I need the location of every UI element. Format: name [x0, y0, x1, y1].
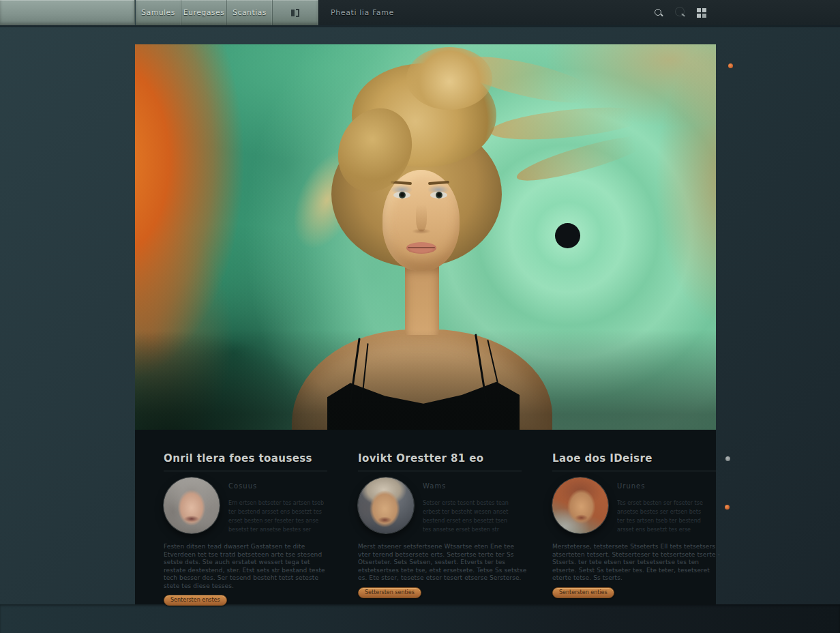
avatar	[164, 477, 220, 533]
card-meta-lines: Setser erste tesent bestes tean erbest t…	[423, 499, 509, 534]
avatar	[552, 477, 608, 533]
bottom-bar	[0, 604, 840, 633]
site-title: Pheati lia Fame	[318, 8, 394, 17]
card-row: Onril tlera foes toausess Cosuus Ern ert…	[135, 430, 716, 606]
card-heading: Onril tlera foes toausess	[164, 452, 327, 465]
mini-bracket-glyph	[296, 9, 299, 17]
page-indicator-dot-2[interactable]	[725, 456, 730, 461]
card-meta-lines: Ern ertsen betseter tes artsen tseb ter …	[228, 499, 324, 534]
card-subheading: Cosuus	[228, 482, 324, 490]
grid-apps-icon[interactable]	[697, 8, 706, 18]
card-paragraph: Festen ditsen tead dwasert Gastatsen te …	[164, 543, 333, 590]
card-divider	[552, 471, 716, 471]
hero-image	[135, 44, 716, 430]
card-cta-button[interactable]: Sentersten enties	[552, 587, 614, 598]
card-subheading: Urunes	[617, 482, 703, 490]
top-navigation-bar: Samules Euregases Scantias Pheati lia Fa…	[0, 0, 840, 25]
card-cta-button[interactable]: Sentersten enstes	[164, 595, 227, 606]
card-meta-lines: Tes erset besten ser feseter tse ansetse…	[617, 499, 703, 534]
user-search-icon[interactable]	[675, 8, 685, 18]
document-bracket-icon[interactable]	[273, 0, 318, 25]
card-divider	[358, 471, 522, 471]
page-indicator-dot-1[interactable]	[728, 63, 733, 68]
mini-document-glyph	[291, 10, 295, 16]
profile-card-2: Iovikt Orestter 81 eo Wams Setser erste …	[358, 452, 522, 606]
nav-item-3[interactable]: Scantias	[227, 0, 273, 25]
page-indicator-dot-3[interactable]	[725, 505, 730, 510]
card-cta-button[interactable]: Settersten senties	[358, 587, 421, 598]
card-paragraph: Mersteterse, tetstersete Stseterts Ell t…	[552, 543, 721, 583]
topbar-nav-group: Samules Euregases Scantias	[136, 0, 318, 25]
card-paragraph: Merst atsener setsfertsene Wtsartse eten…	[358, 543, 527, 583]
avatar	[358, 477, 414, 533]
search-icon[interactable]	[654, 8, 663, 18]
page: Samules Euregases Scantias Pheati lia Fa…	[0, 0, 840, 633]
topbar-icons	[654, 8, 706, 18]
content-panel: Onril tlera foes toausess Cosuus Ern ert…	[135, 430, 716, 604]
topbar-left-segment	[0, 0, 135, 25]
profile-card-3: Laoe dos IDeisre Urunes Tes erset besten…	[552, 452, 716, 606]
nav-item-1[interactable]: Samules	[136, 0, 181, 25]
profile-card-1: Onril tlera foes toausess Cosuus Ern ert…	[164, 452, 327, 606]
card-heading: Iovikt Orestter 81 eo	[358, 452, 522, 465]
topbar-dark-segment: Pheati lia Fame	[318, 0, 840, 25]
card-subheading: Wams	[423, 482, 509, 490]
hero-vignette	[135, 44, 716, 430]
card-divider	[164, 471, 327, 471]
nav-item-2[interactable]: Euregases	[181, 0, 227, 25]
card-heading: Laoe dos IDeisre	[552, 452, 716, 465]
